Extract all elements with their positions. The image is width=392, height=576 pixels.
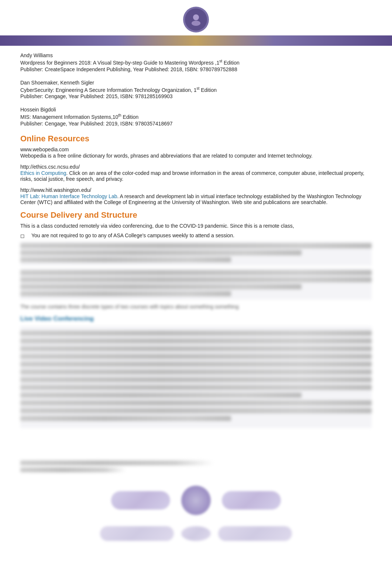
blurred-line-2 (20, 250, 302, 255)
book-entry-2: Dan Shoemaker, Kenneth Sigler CyberSecur… (20, 80, 372, 100)
blurred-section-heading: Live Video Conferencing (20, 314, 372, 324)
bullet-symbol-1: ◻ (20, 232, 31, 239)
book-author-3: Hossein Bigdoli (20, 107, 372, 113)
resource-entry-2: http://ethics.csc.ncsu.edu/ Ethics in Co… (20, 164, 372, 182)
ethics-link[interactable]: Ethics in Computing (20, 170, 66, 176)
book-publisher-2: Publisher: Cengage, Year Published: 2015… (20, 93, 372, 99)
online-resources-section: Online Resources www.webopedia.com Webop… (20, 134, 372, 205)
book-author-1: Andy Williams (20, 52, 372, 58)
footer-logo-left (111, 491, 170, 510)
blurred-bullet-3 (20, 269, 372, 300)
footer-logo-center (181, 486, 211, 515)
svg-point-0 (193, 14, 199, 20)
logo-inner (185, 8, 207, 31)
resource-url-1: www.webopedia.com (20, 146, 372, 152)
svg-point-1 (192, 21, 200, 26)
resource-entry-1: www.webopedia.com Webopedia is a free on… (20, 146, 372, 159)
footer-bar-item-1 (100, 526, 174, 541)
logo-area (0, 0, 392, 32)
online-resources-heading: Online Resources (20, 134, 372, 144)
course-delivery-section: Course Delivery and Structure This is a … (20, 210, 372, 428)
footer-bar-item-center (181, 526, 211, 541)
blurred-line-4 (20, 270, 372, 275)
hitlab-link[interactable]: HIT Lab: Human Interface Technology Lab (20, 193, 117, 199)
course-delivery-heading: Course Delivery and Structure (20, 210, 372, 220)
course-intro-text: This is a class conducted remotely via v… (20, 223, 372, 229)
book-title-1: Wordpress for Beginners 2018: A Visual S… (20, 59, 372, 66)
blurred-line-1 (20, 243, 372, 248)
footer-bottom-bar (0, 522, 392, 545)
logo-circle (183, 7, 209, 32)
resource-entry-3: http://www.hitl.washington.edu/ HIT Lab:… (20, 187, 372, 205)
bullet-item-1: ◻ You are not required to go to any of A… (20, 232, 372, 239)
blurred-line-7 (20, 291, 231, 296)
content-area: Andy Williams Wordpress for Beginners 20… (0, 46, 392, 442)
blurred-paragraph-1: The course contains three discrete types… (20, 303, 372, 311)
logo-icon (189, 12, 203, 27)
header-bar (0, 35, 392, 46)
blurred-line-3 (20, 257, 231, 262)
resource-desc-2: Ethics in Computing. Click on an area of… (20, 170, 372, 182)
resource-desc-1: Webopedia is a free online dictionary fo… (20, 153, 372, 159)
resource-desc-3: HIT Lab: Human Interface Technology Lab.… (20, 193, 372, 205)
blurred-line-5 (20, 277, 372, 282)
resource-url-2: http://ethics.csc.ncsu.edu/ (20, 164, 372, 170)
footer-logos-area (0, 478, 392, 522)
resource-url-3: http://www.hitl.washington.edu/ (20, 187, 372, 193)
book-entry-3: Hossein Bigdoli MIS: Management Informat… (20, 107, 372, 127)
book-title-2: CyberSecurity: Engineering A Secure Info… (20, 86, 372, 93)
book-author-2: Dan Shoemaker, Kenneth Sigler (20, 80, 372, 86)
blurred-large-block (20, 326, 372, 428)
page-wrapper: Andy Williams Wordpress for Beginners 20… (0, 0, 392, 576)
book-entry-1: Andy Williams Wordpress for Beginners 20… (20, 52, 372, 72)
bullet-text-1: You are not required to go to any of ASA… (31, 232, 372, 238)
blurred-bullet-2 (20, 242, 372, 266)
book-publisher-1: Publisher: CreateSpace Independent Publi… (20, 66, 372, 72)
blurred-line-6 (20, 284, 302, 289)
footer-area (0, 457, 392, 552)
book-title-3: MIS: Management Information Systems,10th… (20, 113, 372, 120)
footer-blur-block (0, 457, 392, 478)
footer-logo-right (222, 491, 281, 510)
footer-bar-item-2 (218, 526, 292, 541)
book-publisher-3: Publisher: Cengage, Year Published: 2019… (20, 121, 372, 127)
